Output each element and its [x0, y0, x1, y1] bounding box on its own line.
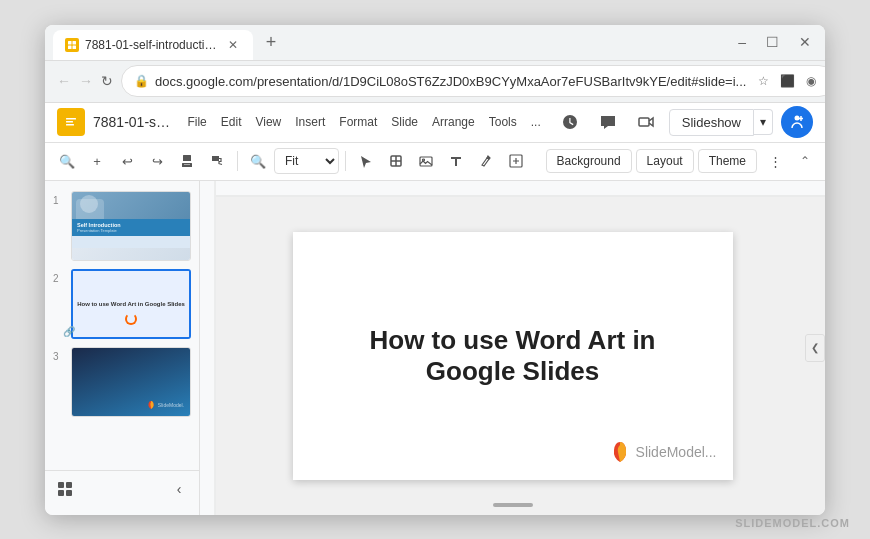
slide-canvas: How to use Word Art in Google Slides Sli…: [293, 232, 733, 480]
watermark: SLIDEMODEL.COM: [735, 517, 850, 529]
app-header: 7881-01-self-introduction-powerpoint-...…: [45, 103, 825, 143]
svg-point-9: [795, 116, 800, 121]
slide-item-3[interactable]: 3 SlideModel.: [45, 345, 199, 419]
slides-panel-bottom: ‹: [45, 470, 199, 507]
menu-view[interactable]: View: [249, 113, 287, 131]
slideshow-dropdown-button[interactable]: ▾: [754, 109, 773, 135]
text-tool-button[interactable]: [442, 147, 470, 175]
svg-rect-24: [66, 490, 72, 496]
close-button[interactable]: ✕: [793, 32, 817, 52]
svg-rect-6: [66, 121, 73, 123]
active-tab[interactable]: 7881-01-self-introduction-pow... ✕: [53, 30, 253, 60]
add-button[interactable]: +: [83, 147, 111, 175]
logo-text: SlideModel...: [636, 444, 717, 460]
toolbar-collapse-button[interactable]: ⌃: [793, 149, 817, 173]
svg-rect-12: [184, 164, 190, 165]
slideshow-button[interactable]: Slideshow: [669, 109, 754, 136]
slide-main-title[interactable]: How to use Word Art in Google Slides: [313, 325, 713, 387]
format-paint-button[interactable]: [203, 147, 231, 175]
slide-thumbnail-1[interactable]: Self Introduction Presentation Template: [71, 191, 191, 261]
redo-button[interactable]: ↪: [143, 147, 171, 175]
url-bar[interactable]: 🔒 docs.google.com/presentation/d/1D9CiL0…: [121, 65, 825, 97]
slide-thumbnail-2[interactable]: How to use Word Art in Google Slides: [71, 269, 191, 339]
zoom-select[interactable]: Fit 50% 75% 100% 150%: [274, 148, 339, 174]
menu-more[interactable]: ...: [525, 113, 547, 131]
new-tab-button[interactable]: +: [257, 28, 285, 56]
camera-button[interactable]: [631, 107, 661, 137]
zoom-icon[interactable]: 🔍: [244, 147, 272, 175]
shape-tool-button[interactable]: [382, 147, 410, 175]
forward-button[interactable]: →: [79, 69, 93, 93]
cast-icon[interactable]: ⬛: [776, 70, 798, 92]
slide-item-1[interactable]: 1 Self Introduction Presentation Templat…: [45, 189, 199, 263]
toolbar-separator-1: [237, 151, 238, 171]
menu-tools[interactable]: Tools: [483, 113, 523, 131]
canvas-area: for(let i=0;i<=500;i+=10) { document.cur…: [200, 181, 825, 515]
tab-area: 7881-01-self-introduction-pow... ✕ +: [53, 27, 732, 57]
panel-collapse-button[interactable]: ‹: [167, 477, 191, 501]
app-icon: [57, 108, 85, 136]
menu-slide[interactable]: Slide: [385, 113, 424, 131]
minimize-button[interactable]: –: [732, 32, 752, 52]
browser-window: 7881-01-self-introduction-pow... ✕ + – ☐…: [45, 25, 825, 515]
svg-rect-21: [58, 482, 64, 488]
main-content: 1 Self Introduction Presentation Templat…: [45, 181, 825, 515]
menu-file[interactable]: File: [181, 113, 212, 131]
layout-button[interactable]: Layout: [636, 149, 694, 173]
comments-button[interactable]: [593, 107, 623, 137]
toolbar: 🔍 + ↩ ↪ 🔍 Fit 50% 75% 100% 150%: [45, 143, 825, 181]
address-bar: ← → ↻ 🔒 docs.google.com/presentation/d/1…: [45, 61, 825, 103]
select-tool-button[interactable]: [352, 147, 380, 175]
slide-number-2: 2: [53, 273, 67, 284]
back-button[interactable]: ←: [57, 69, 71, 93]
menu-insert[interactable]: Insert: [289, 113, 331, 131]
ruler-horizontal: for(let i=0;i<=500;i+=10) { document.cur…: [216, 181, 825, 197]
theme-button[interactable]: Theme: [698, 149, 757, 173]
undo-button[interactable]: ↩: [113, 147, 141, 175]
menu-arrange[interactable]: Arrange: [426, 113, 481, 131]
svg-rect-23: [58, 490, 64, 496]
svg-rect-5: [66, 118, 76, 120]
url-actions: ☆ ⬛ ◉: [752, 70, 822, 92]
menu-format[interactable]: Format: [333, 113, 383, 131]
slide-number-1: 1: [53, 195, 67, 206]
zoom-in-icon[interactable]: 🔍: [53, 147, 81, 175]
draw-tool-button[interactable]: [472, 147, 500, 175]
slide-content-area: How to use Word Art in Google Slides Sli…: [293, 232, 733, 480]
tab-close-button[interactable]: ✕: [225, 37, 241, 53]
slide-link-icon: 🔗: [63, 326, 75, 337]
toolbar-right: Background Layout Theme ⋮ ⌃: [546, 147, 817, 175]
slide-2-thumb-title: How to use Word Art in Google Slides: [77, 301, 185, 307]
svg-rect-8: [639, 118, 649, 126]
menu-edit[interactable]: Edit: [215, 113, 248, 131]
toolbar-more-button[interactable]: ⋮: [761, 147, 789, 175]
reload-button[interactable]: ↻: [101, 69, 113, 93]
link-tool-button[interactable]: [502, 147, 530, 175]
profile-icon[interactable]: ◉: [800, 70, 822, 92]
svg-rect-10: [182, 163, 192, 167]
tab-title: 7881-01-self-introduction-pow...: [85, 38, 219, 52]
grid-view-button[interactable]: [53, 477, 77, 501]
svg-rect-3: [73, 46, 77, 50]
url-text: docs.google.com/presentation/d/1D9CiL08o…: [155, 74, 746, 89]
maximize-button[interactable]: ☐: [760, 32, 785, 52]
slides-panel: 1 Self Introduction Presentation Templat…: [45, 181, 200, 515]
share-button[interactable]: [781, 106, 813, 138]
image-tool-button[interactable]: [412, 147, 440, 175]
history-button[interactable]: [555, 107, 585, 137]
print-button[interactable]: [173, 147, 201, 175]
tab-favicon: [65, 38, 79, 52]
bookmark-icon[interactable]: ☆: [752, 70, 774, 92]
slide-item-2[interactable]: 2 How to use Word Art in Google Slides 🔗: [45, 267, 199, 341]
title-bar: 7881-01-self-introduction-pow... ✕ + – ☐…: [45, 25, 825, 61]
background-button[interactable]: Background: [546, 149, 632, 173]
scroll-vertical-button[interactable]: ❮: [805, 334, 825, 362]
slide-thumbnail-3[interactable]: SlideModel.: [71, 347, 191, 417]
lock-icon: 🔒: [134, 74, 149, 88]
svg-rect-25: [216, 181, 825, 197]
svg-rect-2: [68, 46, 72, 50]
svg-rect-0: [68, 41, 72, 45]
header-actions: Slideshow ▾: [555, 106, 813, 138]
app-menu: File Edit View Insert Format Slide Arran…: [181, 113, 546, 131]
svg-rect-11: [183, 155, 191, 161]
